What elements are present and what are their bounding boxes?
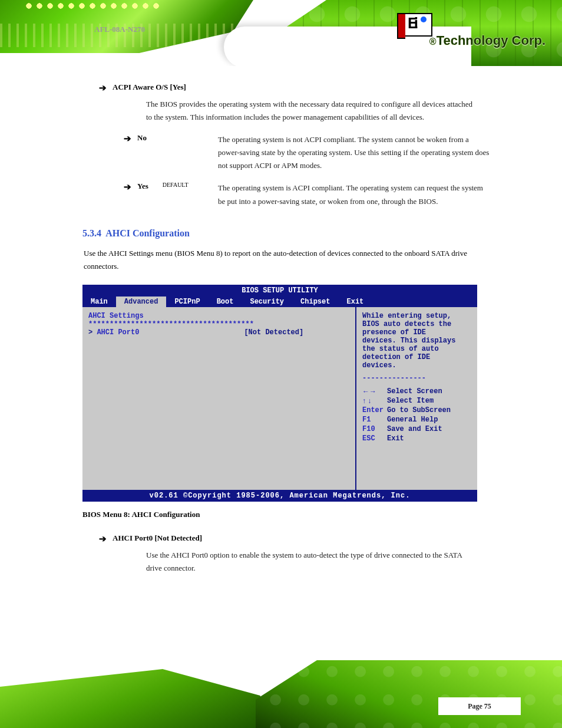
sub-option-name: No <box>137 133 147 143</box>
bios-tab-pcipnp[interactable]: PCIPnP <box>166 297 208 307</box>
arrow-right-icon: ➔ <box>124 182 131 192</box>
sub-option-name: Yes <box>137 182 148 191</box>
option-name: AHCI Port0 [Not Detected] <box>113 533 202 543</box>
key-label: Enter <box>362 406 387 414</box>
bios-body: AHCI Settings **************************… <box>82 307 477 490</box>
bios-item-label: AHCI Port0 <box>97 328 244 337</box>
registered-symbol: ® <box>429 37 437 47</box>
section-heading: 5.3.4 AHCI Configuration <box>82 228 491 239</box>
key-hint-f10: F10Save and Exit <box>362 425 474 433</box>
arrow-right-icon: ➔ <box>99 533 107 544</box>
sub-option-no: ➔ No The operating system is not ACPI co… <box>124 133 491 172</box>
arrow-up-down-icon: ↑ ↓ <box>362 397 387 405</box>
bios-tab-advanced[interactable]: Advanced <box>116 297 167 307</box>
page-header-banner: E i ®Technology Corp. <box>0 0 562 66</box>
bios-hint-line: presence of IDE <box>362 328 474 337</box>
bios-title: BIOS SETUP UTILITY <box>82 285 477 297</box>
sub-option-yes: ➔ Yes DEFAULT The operating system is AC… <box>124 182 491 207</box>
option-description: The BIOS provides the operating system w… <box>146 98 476 124</box>
key-hint-enter: EnterGo to SubScreen <box>362 406 474 414</box>
iei-logo: E i <box>397 13 432 39</box>
separator: *************************************** <box>88 320 349 328</box>
key-hint-select-item: ↑ ↓Select Item <box>362 397 474 405</box>
key-label: ESC <box>362 434 387 443</box>
bios-left-pane: AHCI Settings **************************… <box>82 307 356 490</box>
bios-tab-boot[interactable]: Boot <box>209 297 242 307</box>
bios-hint-line: devices. This displays <box>362 337 474 345</box>
arrow-right-icon: ➔ <box>124 133 131 144</box>
key-hint-text: Exit <box>387 434 404 443</box>
sub-option-description: The operating system is not ACPI complia… <box>218 133 491 172</box>
bios-tab-main[interactable]: Main <box>82 297 116 307</box>
bios-hint-line: devices. <box>362 361 474 370</box>
bios-tab-bar: Main Advanced PCIPnP Boot Security Chips… <box>82 297 477 307</box>
bios-footer: v02.61 ©Copyright 1985-2006, American Me… <box>82 490 477 502</box>
bios-pane-heading: AHCI Settings <box>88 312 349 320</box>
bios-tab-security[interactable]: Security <box>242 297 292 307</box>
decor-pcb-bottom-right <box>256 660 562 728</box>
bios-item-port0[interactable]: > AHCI Port0 [Not Detected] <box>88 328 349 337</box>
bios-hint-line: BIOS auto detects the <box>362 320 474 328</box>
option-name: ACPI Aware O/S [Yes] <box>113 83 186 92</box>
key-hint-text: Save and Exit <box>387 425 442 433</box>
page-footer-banner: Page 75 <box>0 660 562 728</box>
default-tag: DEFAULT <box>163 182 189 188</box>
section-body: Use the AHCI Settings menu (BIOS Menu 8)… <box>84 247 491 273</box>
key-hint-text: Go to SubScreen <box>387 406 451 414</box>
page-number: Page 75 <box>438 697 521 715</box>
arrow-left-right-icon: ←→ <box>362 387 387 396</box>
logo-box: E i <box>397 13 432 37</box>
key-hint-text: Select Item <box>387 397 434 405</box>
bios-hint-line: the status of auto <box>362 345 474 353</box>
key-hint-f1: F1General Help <box>362 416 474 424</box>
sub-option-description: The operating system is ACPI compliant. … <box>218 182 491 207</box>
bios-hint-line: While entering setup, <box>362 312 474 320</box>
option-ahci-port0: ➔ AHCI Port0 [Not Detected] Use the AHCI… <box>99 533 491 575</box>
bios-screenshot: BIOS SETUP UTILITY Main Advanced PCIPnP … <box>82 285 477 502</box>
bios-tab-exit[interactable]: Exit <box>338 297 372 307</box>
bios-right-pane: While entering setup, BIOS auto detects … <box>356 307 477 490</box>
logo-dot-icon <box>421 17 427 22</box>
separator: --------------- <box>362 374 474 383</box>
option-acpi-aware: ➔ ACPI Aware O/S [Yes] The BIOS provides… <box>99 83 491 124</box>
page-body: AFL-08A-N270 ➔ ACPI Aware O/S [Yes] The … <box>0 66 562 575</box>
bios-hint-line: detection of IDE <box>362 353 474 361</box>
brand-name: Technology Corp. <box>437 33 546 48</box>
bios-tab-chipset[interactable]: Chipset <box>292 297 338 307</box>
bios-item-value: [Not Detected] <box>244 328 303 337</box>
key-hint-select-screen: ←→Select Screen <box>362 387 474 396</box>
product-code: AFL-08A-N270 <box>94 25 145 34</box>
key-hint-text: General Help <box>387 416 438 424</box>
key-label: F1 <box>362 416 387 424</box>
key-label: F10 <box>362 425 387 433</box>
key-hint-text: Select Screen <box>387 387 442 396</box>
figure-caption: BIOS Menu 8: AHCI Configuration <box>82 510 491 519</box>
triangle-right-icon: > <box>88 328 97 337</box>
key-hint-esc: ESCExit <box>362 434 474 443</box>
brand-text: ®Technology Corp. <box>429 33 546 48</box>
option-description: Use the AHCI Port0 option to enable the … <box>146 549 476 575</box>
arrow-right-icon: ➔ <box>99 83 107 93</box>
logo-letter-i: i <box>414 15 418 31</box>
section-number: 5.3.4 <box>82 228 101 238</box>
section-title: AHCI Configuration <box>105 228 190 238</box>
